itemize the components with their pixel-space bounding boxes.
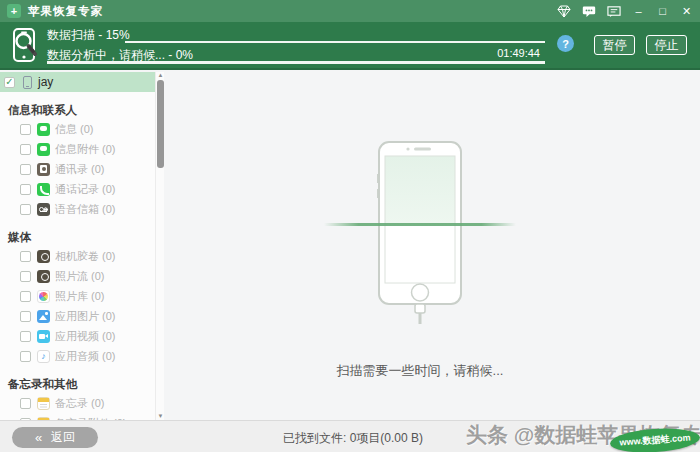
item-label: 照片库 (0) [55,289,105,304]
sidebar-section: 备忘录和其他备忘录 (0)备忘录附件 (0) [0,373,155,420]
photo-library-icon [37,290,50,303]
item-label: 通讯录 (0) [55,162,105,177]
item-checkbox[interactable] [20,184,31,195]
gem-icon[interactable] [557,5,571,18]
pause-button[interactable]: 暂停 [594,35,635,55]
found-files-status: 已找到文件: 0项目(0.00 B) [283,430,423,447]
help-icon[interactable]: ? [557,35,574,52]
item-checkbox[interactable] [20,271,31,282]
sidebar-item[interactable]: 语音信箱 (0) [0,199,155,219]
device-name: jay [38,75,53,89]
item-checkbox[interactable] [20,124,31,135]
message-attachment-icon [37,143,50,156]
sidebar-item[interactable]: 照片流 (0) [0,266,155,286]
contacts-icon [37,163,50,176]
sidebar-item[interactable]: 应用视频 (0) [0,326,155,346]
close-button[interactable]: ✕ [680,5,693,18]
item-label: 照片流 (0) [55,269,105,284]
item-checkbox[interactable] [20,204,31,215]
sidebar-section-title: 信息和联系人 [0,99,155,119]
sidebar-section-title: 备忘录和其他 [0,373,155,393]
stop-button[interactable]: 停止 [646,35,687,55]
item-checkbox[interactable] [20,291,31,302]
item-label: 备忘录 (0) [55,396,105,411]
sidebar-item[interactable]: 通讯录 (0) [0,159,155,179]
sidebar-item[interactable]: 通话记录 (0) [0,179,155,199]
scan-progress-header: 数据扫描 - 15% 数据分析中，请稍候... - 0% 01:49:44 ? … [0,22,700,70]
scan-progress-label: 数据扫描 - 15% [47,27,130,44]
item-checkbox[interactable] [20,144,31,155]
sidebar-section: 信息和联系人信息 (0)信息附件 (0)通讯录 (0)通话记录 (0)语音信箱 … [0,99,155,219]
scroll-up-icon[interactable]: ▲ [157,72,164,79]
app-window: + 苹果恢复专家 – □ ✕ [0,0,700,452]
voicemail-icon [37,203,50,216]
sidebar: ✓ jay 信息和联系人信息 (0)信息附件 (0)通讯录 (0)通话记录 (0… [0,72,155,420]
bottom-bar: « 返回 已找到文件: 0项目(0.00 B) [0,420,700,452]
scrollbar-thumb[interactable] [157,80,164,168]
item-label: 应用图片 (0) [55,309,116,324]
phone-icon [23,76,32,89]
item-checkbox[interactable] [20,311,31,322]
app-title: 苹果恢复专家 [28,4,103,19]
sidebar-item[interactable]: 照片库 (0) [0,286,155,306]
camera-roll-icon [37,250,50,263]
item-label: 应用视频 (0) [55,329,116,344]
device-row[interactable]: ✓ jay [0,72,155,92]
item-checkbox[interactable] [20,331,31,342]
notes-icon [37,397,50,410]
app-video-icon [37,330,50,343]
item-label: 信息 (0) [55,122,94,137]
chat-icon[interactable] [582,5,596,18]
sidebar-item[interactable]: 备忘录附件 (0) [0,413,155,420]
item-checkbox[interactable] [20,398,31,409]
message-icon [37,123,50,136]
sidebar-section: 媒体相机胶卷 (0)照片流 (0)照片库 (0)应用图片 (0)应用视频 (0)… [0,226,155,366]
app-audio-icon [37,350,50,363]
call-log-icon [37,183,50,196]
sidebar-item[interactable]: 应用音频 (0) [0,346,155,366]
sidebar-item[interactable]: 相机胶卷 (0) [0,246,155,266]
item-checkbox[interactable] [20,251,31,262]
back-button-label: 返回 [51,429,75,446]
device-scan-icon [10,27,40,67]
sidebar-section-title: 媒体 [0,226,155,246]
item-checkbox[interactable] [20,164,31,175]
scan-hint-text: 扫描需要一些时间，请稍候... [337,362,504,380]
back-arrows-icon: « [35,431,42,444]
item-label: 语音信箱 (0) [55,202,116,217]
device-checkbox[interactable]: ✓ [4,77,15,88]
main-panel: 扫描需要一些时间，请稍候... [164,72,700,420]
titlebar: + 苹果恢复专家 – □ ✕ [0,0,700,22]
sidebar-item[interactable]: 应用图片 (0) [0,306,155,326]
phone-scan-illustration [324,134,516,330]
back-button[interactable]: « 返回 [12,427,98,448]
elapsed-time: 01:49:44 [455,47,540,59]
item-label: 通话记录 (0) [55,182,116,197]
item-label: 相机胶卷 (0) [55,249,116,264]
sidebar-item[interactable]: 备忘录 (0) [0,393,155,413]
sidebar-item[interactable]: 信息 (0) [0,119,155,139]
analyze-progress-track [47,61,545,64]
scroll-down-icon[interactable]: ▼ [157,413,164,420]
minimize-button[interactable]: – [632,5,645,18]
item-checkbox[interactable] [20,351,31,362]
photo-stream-icon [37,270,50,283]
sidebar-item[interactable]: 信息附件 (0) [0,139,155,159]
item-label: 应用音频 (0) [55,349,116,364]
feedback-icon[interactable] [607,5,621,18]
app-image-icon [37,310,50,323]
sidebar-scrollbar[interactable]: ▲ ▼ [155,72,164,420]
app-logo-icon: + [7,4,21,18]
maximize-button[interactable]: □ [656,5,669,18]
scan-progress-track [125,41,545,43]
item-label: 信息附件 (0) [55,142,116,157]
